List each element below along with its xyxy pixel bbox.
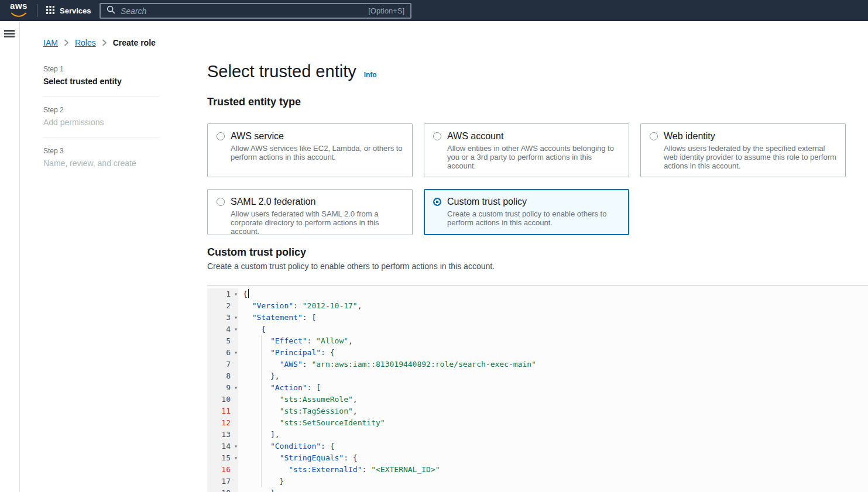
aws-logo-text: aws: [10, 2, 28, 9]
text-cursor: [248, 289, 249, 298]
line-number: 7: [207, 359, 238, 370]
code-text: {: [238, 288, 249, 300]
fold-icon[interactable]: ▾: [234, 324, 238, 335]
line-number: 8: [207, 370, 238, 382]
breadcrumb: IAMRolesCreate role: [43, 38, 156, 47]
sidebar: [0, 21, 20, 492]
code-line: 12 "sts:SetSourceIdentity": [207, 417, 868, 429]
aws-smile-icon: [11, 9, 27, 20]
menu-icon[interactable]: [4, 30, 15, 37]
code-line: 2 "Version": "2012-10-17",: [207, 300, 868, 312]
step-item-2[interactable]: Step 2Add permissions: [43, 106, 160, 128]
fold-icon[interactable]: ▾: [234, 441, 238, 452]
code-line: 16 "sts:ExternalId": "<EXTERNAL_ID>": [207, 464, 868, 476]
main-panel: Select trusted entity Info Trusted entit…: [207, 21, 868, 492]
card-title: AWS account: [447, 130, 620, 142]
card-title: SAML 2.0 federation: [231, 196, 403, 208]
indent-guide: [261, 335, 262, 487]
code-text: "StringEquals": {: [238, 452, 358, 464]
card-body: Custom trust policyCreate a custom trust…: [447, 196, 620, 228]
code-text: "Effect": "Allow",: [238, 335, 353, 347]
entity-option-aws-account[interactable]: AWS accountAllow entities in other AWS a…: [424, 123, 629, 177]
code-line: 5 "Effect": "Allow",: [207, 335, 868, 347]
fold-icon[interactable]: ▾: [234, 312, 238, 324]
fold-icon[interactable]: ▾: [234, 288, 238, 300]
line-number: 1▾: [207, 288, 238, 300]
code-text: "sts:AssumeRole",: [238, 394, 358, 405]
line-number: 14▾: [207, 441, 238, 452]
entity-options-row-2: SAML 2.0 federationAllow users federated…: [207, 189, 868, 235]
page-title: Select trusted entity: [207, 62, 356, 81]
code-text: "Action": [: [238, 382, 321, 394]
card-description: Allow AWS services like EC2, Lambda, or …: [231, 144, 403, 161]
nav-divider: [37, 4, 37, 17]
code-line: 15▾ "StringEquals": {: [207, 452, 868, 464]
policy-description: Create a custom trust policy to enable o…: [207, 262, 868, 271]
card-description: Allow entities in other AWS accounts bel…: [447, 144, 620, 170]
code-line: 13 ],: [207, 429, 868, 441]
fold-icon[interactable]: ▾: [234, 382, 238, 394]
breadcrumb-link-iam[interactable]: IAM: [43, 38, 58, 47]
breadcrumb-separator-icon: [102, 39, 107, 46]
step-item-3[interactable]: Step 3Name, review, and create: [43, 147, 160, 168]
line-number: 9▾: [207, 382, 238, 394]
code-line: 14▾ "Condition": {: [207, 441, 868, 452]
code-line: 18 }: [207, 487, 868, 492]
code-line: 17 }: [207, 476, 868, 487]
step-title: Name, review, and create: [43, 158, 160, 168]
search-box[interactable]: Search [Option+S]: [100, 3, 411, 19]
code-text: "Version": "2012-10-17",: [238, 300, 362, 312]
radio-button[interactable]: [433, 132, 441, 140]
code-text: "sts:SetSourceIdentity": [238, 417, 385, 429]
breadcrumb-link-roles[interactable]: Roles: [75, 38, 96, 47]
code-text: "Statement": [: [238, 312, 316, 324]
line-number: 18: [207, 487, 238, 492]
code-text: "sts:ExternalId": "<EXTERNAL_ID>": [238, 464, 440, 476]
step-divider: [43, 137, 160, 137]
steps-nav: Step 1Select trusted entityStep 2Add per…: [43, 65, 160, 168]
line-number: 3▾: [207, 312, 238, 324]
radio-button[interactable]: [217, 198, 225, 206]
services-menu[interactable]: Services: [46, 6, 91, 16]
search-shortcut: [Option+S]: [368, 6, 404, 15]
search-placeholder: Search: [121, 6, 363, 16]
policy-editor[interactable]: 1▾{2 "Version": "2012-10-17",3▾ "Stateme…: [207, 285, 868, 492]
code-text: "sts:TagSession",: [238, 405, 358, 417]
step-label: Step 2: [43, 106, 160, 114]
line-number: 5: [207, 335, 238, 347]
info-link[interactable]: Info: [364, 71, 377, 79]
fold-icon[interactable]: ▾: [234, 347, 238, 359]
line-number: 11: [207, 405, 238, 417]
radio-button[interactable]: [433, 198, 441, 206]
aws-logo[interactable]: aws: [8, 2, 30, 20]
entity-type-heading: Trusted entity type: [207, 96, 868, 108]
code-text: },: [238, 370, 280, 382]
step-title: Select trusted entity: [43, 76, 160, 87]
page-content: IAMRolesCreate role Step 1Select trusted…: [20, 21, 868, 492]
entity-option-aws-service[interactable]: AWS serviceAllow AWS services like EC2, …: [207, 123, 413, 177]
card-title: AWS service: [231, 130, 403, 142]
step-item-1[interactable]: Step 1Select trusted entity: [43, 65, 160, 87]
line-number: 10: [207, 394, 238, 405]
code-line: 6▾ "Principal": {: [207, 347, 868, 359]
services-label: Services: [60, 6, 91, 15]
radio-button[interactable]: [217, 132, 225, 140]
code-line: 1▾{: [207, 288, 868, 300]
top-navbar: aws Services Search [Option+S]: [0, 0, 868, 21]
code-line: 7 "AWS": "arn:aws:iam::813019440892:role…: [207, 359, 868, 370]
code-line: 3▾ "Statement": [: [207, 312, 868, 324]
step-label: Step 3: [43, 147, 160, 155]
code-text: }: [238, 487, 275, 492]
entity-option-web-identity[interactable]: Web identityAllows users federated by th…: [640, 123, 846, 177]
radio-button[interactable]: [650, 132, 658, 140]
card-description: Allow users federated with SAML 2.0 from…: [231, 209, 403, 236]
fold-icon[interactable]: ▾: [234, 452, 238, 464]
entity-options-row-1: AWS serviceAllow AWS services like EC2, …: [207, 123, 868, 177]
entity-option-custom-trust-policy[interactable]: Custom trust policyCreate a custom trust…: [424, 189, 629, 235]
entity-option-saml-2-0-federation[interactable]: SAML 2.0 federationAllow users federated…: [207, 189, 413, 235]
step-title: Add permissions: [43, 117, 160, 128]
line-number: 16: [207, 464, 238, 476]
code-text: "AWS": "arn:aws:iam::813019440892:role/s…: [238, 359, 536, 370]
line-number: 13: [207, 429, 238, 441]
code-line: 9▾ "Action": [: [207, 382, 868, 394]
